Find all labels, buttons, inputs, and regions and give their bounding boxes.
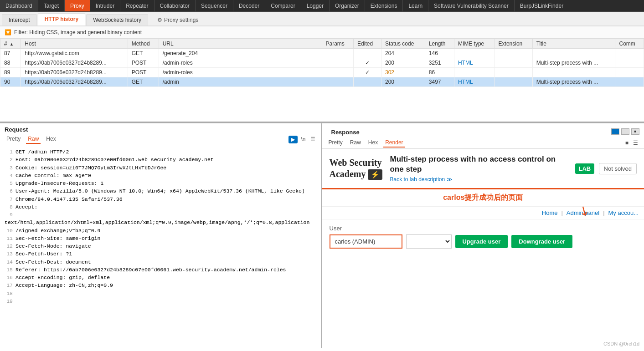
tab-raw[interactable]: Raw — [26, 135, 41, 144]
cell-ext — [495, 49, 532, 58]
back-link[interactable]: Back to lab description ≫ — [390, 176, 567, 183]
table-row[interactable]: 90 https://0ab7006e0327d24b8289... GET /… — [0, 77, 644, 87]
request-line: 18 — [5, 290, 317, 297]
cell-status: 302 — [381, 68, 425, 77]
cell-mime: HTML — [454, 58, 495, 68]
table-row[interactable]: 87 http://www.gstatic.com GET /generate_… — [0, 49, 644, 58]
nav-account-link[interactable]: My accou... — [608, 209, 639, 216]
nav-extensions[interactable]: Extensions — [365, 0, 403, 11]
cell-params — [322, 58, 354, 68]
cell-status: 200 — [381, 77, 425, 87]
col-header-num[interactable]: # ▲ — [0, 39, 21, 49]
newline-icon[interactable]: \n — [299, 136, 307, 143]
proxy-settings-tab[interactable]: ⚙ Proxy settings — [151, 15, 205, 25]
nav-comparer[interactable]: Comparer — [265, 0, 301, 11]
wsa-logo-line2: Academy ⚡ — [330, 168, 383, 180]
cell-edited: ✓ — [354, 58, 381, 68]
cell-comm — [615, 49, 644, 58]
tab-resp-hex[interactable]: Hex — [366, 138, 380, 148]
nav-logger[interactable]: Logger — [301, 0, 330, 11]
nav-sequencer[interactable]: Sequencer — [196, 0, 233, 11]
cell-params — [322, 68, 354, 77]
col-header-edited[interactable]: Edited — [354, 39, 381, 49]
nav-intruder[interactable]: Intruder — [90, 0, 120, 11]
tab-resp-render[interactable]: Render — [383, 138, 405, 148]
nav-decoder[interactable]: Decoder — [233, 0, 265, 11]
lightning-icon: ⚡ — [368, 169, 382, 180]
tab-resp-raw[interactable]: Raw — [348, 138, 363, 148]
resp-icon-1[interactable]: ■ — [624, 139, 630, 147]
downgrade-user-button[interactable]: Downgrade user — [511, 235, 572, 248]
nav-learn[interactable]: Learn — [403, 0, 428, 11]
send-to-button[interactable]: ▶ — [289, 136, 298, 143]
layout-icon-2[interactable] — [621, 128, 629, 135]
tab-http-history[interactable]: HTTP history — [38, 13, 85, 25]
tab-hex[interactable]: Hex — [44, 135, 57, 144]
nav-burpjs[interactable]: BurpJSLinkFinder — [515, 0, 569, 11]
nav-collaborator[interactable]: Collaborator — [155, 0, 196, 11]
request-line: 11Sec-Fetch-Site: same-origin — [5, 234, 317, 242]
nav-proxy[interactable]: Proxy — [65, 0, 90, 11]
user-select-box: carlos (ADMIN) — [330, 234, 402, 249]
request-line: 17Accept-Language: zh-CN,zh;q=0.9 — [5, 281, 317, 289]
response-header-row: Response ■ — [322, 123, 644, 137]
lab-badge: LAB — [575, 163, 595, 174]
user-section: User carlos (ADMIN) Upgrade user Downgra… — [322, 219, 644, 254]
sub-nav: Intercept HTTP history WebSockets histor… — [0, 12, 644, 26]
cell-ext — [495, 77, 532, 87]
request-tabs: Pretty Raw Hex ▶ \n ☰ — [0, 134, 321, 145]
nav-repeater[interactable]: Repeater — [120, 0, 154, 11]
nav-target[interactable]: Target — [38, 0, 65, 11]
tab-resp-pretty[interactable]: Pretty — [327, 138, 345, 148]
col-header-ext[interactable]: Extension — [495, 39, 532, 49]
table-row[interactable]: 89 https://0ab7006e0327d24b8289... POST … — [0, 68, 644, 77]
user-dropdown[interactable] — [406, 234, 452, 249]
col-header-length[interactable]: Length — [425, 39, 454, 49]
col-header-status[interactable]: Status code — [381, 39, 425, 49]
tab-websockets-history[interactable]: WebSockets history — [86, 14, 148, 25]
user-label: User — [330, 225, 637, 232]
http-history-table-container: # ▲ Host Method URL Params Edited Status… — [0, 39, 644, 123]
cell-status: 200 — [381, 58, 425, 68]
nav-svs[interactable]: Software Vulnerability Scanner — [428, 0, 515, 11]
tab-pretty[interactable]: Pretty — [5, 135, 22, 144]
cell-length: 146 — [425, 49, 454, 58]
col-header-mime[interactable]: MIME type — [454, 39, 495, 49]
nav-organizer[interactable]: Organizer — [330, 0, 365, 11]
response-toolbar: ■ ☰ — [624, 138, 639, 148]
split-panels: Request Pretty Raw Hex ▶ \n ☰ 1GET /admi… — [0, 123, 644, 348]
col-header-title[interactable]: Title — [532, 39, 615, 49]
menu-icon[interactable]: ☰ — [309, 136, 317, 143]
col-header-url[interactable]: URL — [159, 39, 322, 49]
csdn-footer: CSDN @0rch1d — [603, 341, 639, 346]
request-line: 7Chrome/84.0.4147.135 Safari/537.36 — [5, 195, 317, 203]
resp-icon-2[interactable]: ☰ — [632, 139, 639, 147]
cell-length: 3251 — [425, 58, 454, 68]
request-toolbar: ▶ \n ☰ — [289, 135, 316, 144]
cell-url: /admin-roles — [159, 68, 322, 77]
nav-dashboard[interactable]: Dashboard — [0, 0, 38, 11]
request-line: 5Upgrade-Insecure-Requests: 1 — [5, 179, 317, 187]
request-line: 19 — [5, 297, 317, 305]
request-panel-title: Request — [0, 123, 321, 134]
wsa-lab-info: Multi-step process with no access contro… — [390, 154, 567, 183]
request-line: 12Sec-Fetch-Mode: navigate — [5, 242, 317, 250]
upgrade-user-button[interactable]: Upgrade user — [455, 235, 508, 248]
col-header-host[interactable]: Host — [21, 39, 128, 49]
nav-home-link[interactable]: Home — [542, 209, 558, 216]
response-icons: ■ — [611, 128, 639, 135]
request-line: 15Referer: https://0ab7006e0327d24b8289c… — [5, 266, 317, 274]
cell-comm — [615, 77, 644, 87]
cell-url: /admin — [159, 77, 322, 87]
table-row[interactable]: 88 https://0ab7006e0327d24b8289... POST … — [0, 58, 644, 68]
col-header-method[interactable]: Method — [128, 39, 159, 49]
tab-intercept[interactable]: Intercept — [2, 14, 37, 25]
cell-url: /admin-roles — [159, 58, 322, 68]
col-header-comm[interactable]: Comm — [615, 39, 644, 49]
expand-icon[interactable]: ■ — [631, 128, 639, 135]
request-line: 13Sec-Fetch-User: ?1 — [5, 250, 317, 258]
annotation-text: carlos提升成功后的页面 — [443, 193, 523, 201]
request-line: 1GET /admin HTTP/2 — [5, 148, 317, 156]
col-header-params[interactable]: Params — [322, 39, 354, 49]
layout-icon-1[interactable] — [611, 128, 619, 135]
